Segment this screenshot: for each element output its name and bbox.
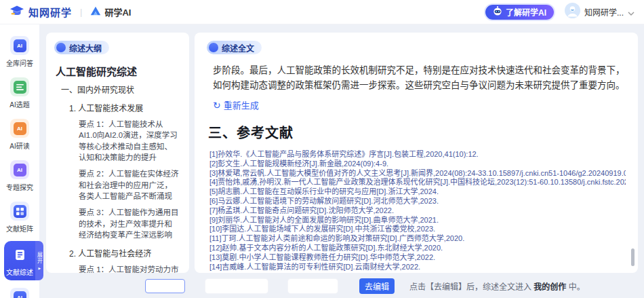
refresh-icon: ↻ [213, 100, 221, 110]
learn-ai-button[interactable]: 了解研学AI [485, 5, 554, 20]
sidebar-item-ai-yandu[interactable]: AI AI研读 [0, 117, 39, 153]
fulltext-badge: 综述全文 [207, 41, 262, 54]
references-heading: 三、参考文献 [208, 122, 626, 142]
hint-prefix: 点击【去编辑】后，综述全文进入 [409, 282, 534, 292]
yanxue-ai-icon [90, 6, 101, 18]
go-edit-button[interactable]: 去编辑 [359, 278, 395, 294]
outline-subsection-2[interactable]: 2. 人工智能与社会经济 [69, 247, 181, 259]
outline-panel: 综述大纲 人工智能研究综述 一、国内外研究现状 1. 人工智能技术发展 要点 1… [46, 33, 189, 273]
hint-suffix: 中。 [566, 282, 584, 292]
placeholder-box-2[interactable] [205, 279, 268, 293]
product-logo[interactable]: 研学AI [90, 5, 131, 18]
fulltext-badge-label: 综述全文 [222, 42, 254, 54]
brand-name: 知网研学 [28, 5, 72, 19]
sidebar-item-quanku-wenda[interactable]: AI 全库问答 [0, 34, 39, 70]
references-list: [1]孙效华.《人工智能产品与服务体系研究综述》序言[J].包装工程,2020,… [209, 150, 626, 272]
sidebar-label: 全库问答 [6, 58, 33, 68]
avatar [565, 3, 580, 21]
bottom-action-bar: 去编辑 点击【去编辑】后，综述全文进入 我的创作 中。 [39, 274, 644, 298]
outline-point: 要点 3：人工智能作为通用目的技术，对生产效率提升和经济结构变革产生深远影响 [79, 207, 180, 240]
matrix-grid-icon [10, 202, 29, 221]
badge-dot-icon [56, 43, 66, 52]
outline-subsection-1[interactable]: 1. 人工智能技术发展 [69, 102, 181, 113]
sidebar-item-wenxian-zongshu[interactable]: 文献综述 展开 ▶ [4, 241, 35, 280]
scrollbar-thumb[interactable] [631, 248, 635, 266]
badge-dot-icon [209, 43, 218, 52]
outline-badge-label: 综述大纲 [69, 42, 102, 54]
reference-item[interactable]: [10]李国达.人工智能场域下人的发展研究[D].中共浙江省委党校,2023. [209, 225, 626, 234]
reference-item[interactable]: [7]杨孟琪.人工智能奇点问题研究[D].沈阳师范大学,2022. [209, 206, 626, 216]
outline-badge: 综述大纲 [54, 41, 109, 54]
fulltext-paragraph: 步阶段。最后，人工智能政策的长效机制研究不足，特别是在应对技术快速迭代和社会变革… [213, 63, 626, 93]
reference-item[interactable]: [4]贾怡炜,戚湧,孙明汉.新一代人工智能产业政策及治理体系现代化研究[J].中… [209, 178, 626, 187]
sidebar-item-zhuanti-tanjiu[interactable]: AI 专题探究 [0, 158, 39, 194]
outline-point: 要点 1：人工智能对劳动力市场的替代与赋能效应并存，引发社会收入分配差距扩大的担… [79, 264, 180, 273]
sidebar-item-ai-fuxie[interactable]: AI AI辅写 [0, 286, 39, 298]
outline-point: 要点 2：人工智能在实体经济和社会治理中的应用广泛，各类人工智能产品不断涌现 [79, 168, 180, 202]
reference-item[interactable]: [11]丁珂.人工智能对人类前途和命运的影响及对策研究[D].广西师范大学,20… [209, 234, 626, 244]
reference-item[interactable]: [14]吉威峰.人工智能算法的可专利性研究[D].云南财经大学,2022. [209, 263, 626, 272]
expand-arrow-icon: ▶ [38, 265, 41, 269]
review-doc-icon [10, 245, 29, 264]
graduation-cap-icon [9, 5, 24, 20]
sidebar-label: 文献矩阵 [6, 223, 33, 234]
expand-label: 展开 [36, 252, 43, 264]
topic-folder-icon: AI [10, 160, 29, 179]
reference-item[interactable]: [13]莫剧.中小学人工智能课程教师胜任力研究[D].华中师范大学,2022. [209, 253, 626, 263]
outline-title: 人工智能研究综述 [56, 64, 181, 78]
product-name: 研学AI [104, 5, 131, 18]
reference-item[interactable]: [6]马云娜.人工智能语境下的劳动解放问题研究[D].河北师范大学,2023. [209, 197, 626, 206]
user-menu[interactable]: 知网研学... [565, 3, 635, 21]
outline-point: 要点 1：人工智能技术从AI1.0向AI2.0演进，深度学习等核心技术推动自主感… [79, 119, 180, 163]
sidebar-label: AI选题 [9, 99, 29, 109]
reference-item[interactable]: [9]刘丽华.人工智能对人的全面发展的影响研究[D].曲阜师范大学,2021. [209, 216, 626, 225]
brand-logo[interactable]: 知网研学 [9, 5, 72, 20]
sidebar-label: 专题探究 [6, 182, 33, 192]
sidebar-label: AI研读 [9, 141, 29, 151]
reference-item[interactable]: [1]孙效华.《人工智能产品与服务体系研究综述》序言[J].包装工程,2020,… [209, 150, 626, 160]
placeholder-box-1[interactable] [145, 279, 185, 293]
edit-hint-text: 点击【去编辑】后，综述全文进入 我的创作 中。 [409, 280, 585, 292]
regenerate-button[interactable]: ↻ 重新生成 [213, 98, 259, 111]
robot-icon [493, 6, 502, 18]
reference-item[interactable]: [2]彭文生.人工智能规模新经济[J].新金融,2024(09):4-9. [209, 160, 626, 169]
ai-read-icon: AI [10, 119, 29, 138]
chevron-down-icon [628, 6, 635, 18]
outline-section-1[interactable]: 一、国内外研究现状 [61, 83, 181, 95]
username-text: 知网研学... [584, 6, 624, 18]
reference-item[interactable]: [5]胡志鹏.人工智能在互动娱乐行业中的研究与应用[D].浙江大学,2024. [209, 187, 626, 197]
header-divider: | [80, 7, 82, 17]
regenerate-label: 重新生成 [224, 98, 259, 111]
topic-list-icon [10, 77, 29, 96]
learn-ai-label: 了解研学AI [506, 6, 546, 18]
top-header: 知网研学 | 研学AI 了解研学AI [0, 0, 644, 24]
sidebar-item-ai-xuanti[interactable]: AI选题 [0, 75, 39, 111]
ai-qa-icon: AI [10, 36, 29, 55]
sidebar-expand-handle[interactable]: 展开 ▶ [35, 241, 43, 280]
hint-highlight: 我的创作 [534, 282, 566, 292]
left-sidebar: AI 全库问答 AI选题 AI AI研读 AI 专题探究 [0, 24, 39, 298]
sidebar-label: 文献综述 [6, 267, 33, 277]
fulltext-panel: 综述全文 步阶段。最后，人工智能政策的长效机制研究不足，特别是在应对技术快速迭代… [195, 33, 638, 273]
reference-item[interactable]: [12]赵帅.基于文本内容分析的人工智能政策研究[D].东北财经大学,2020. [209, 244, 626, 253]
placeholder-box-3[interactable] [288, 279, 338, 293]
sidebar-item-wenxian-juzhen[interactable]: 文献矩阵 [0, 200, 39, 236]
reference-item[interactable]: [3]林爱珺,常云帆.人工智能大模型价值对齐的人文主义思考[J].新闻界,202… [209, 169, 626, 179]
ai-write-icon: AI [10, 288, 29, 298]
